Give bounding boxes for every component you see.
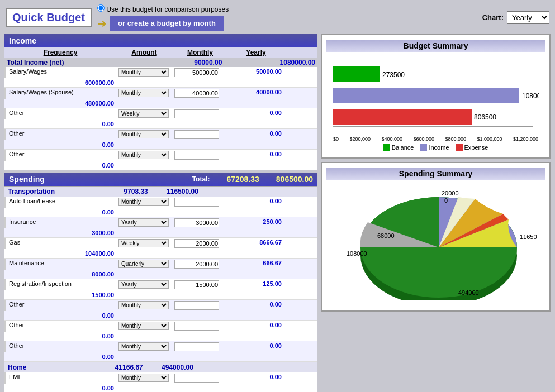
row-name: Other [4, 321, 116, 332]
yearly-value: 0.00 [4, 208, 116, 217]
row-name: Other [4, 341, 116, 352]
frequency-select[interactable]: MonthlyWeeklyYearlyQuarterlySemi-Annuall… [118, 109, 169, 118]
table-row: GasMonthlyWeeklyYearlyQuarterlySemi-Annu… [4, 238, 317, 259]
monthly-value: 0.00 [228, 150, 284, 161]
axis-1m: $1,000,000 [477, 136, 502, 142]
frequency-select[interactable]: MonthlyWeeklyYearlyQuarterlySemi-Annuall… [118, 342, 169, 351]
yearly-value: 0.00 [4, 332, 116, 341]
yearly-value: 8000.00 [4, 270, 116, 279]
axis-1-2m: $1,200,000 [513, 136, 538, 142]
table-row: Registration/InspectionMonthlyWeeklyYear… [4, 279, 317, 300]
table-row: OtherMonthlyWeeklyYearlyQuarterlySemi-An… [4, 321, 317, 341]
pie-label-0: 0 [444, 197, 448, 204]
chart-type-select[interactable]: Yearly Monthly [507, 11, 549, 24]
radio-option[interactable]: Use this budget for comparison purposes [97, 4, 229, 13]
table-row: Salary/Wages (Spouse)MonthlyWeeklyYearly… [4, 88, 317, 108]
monthly-value: 50000.00 [228, 67, 284, 78]
amount-input[interactable] [174, 89, 219, 98]
row-name: Other [4, 150, 116, 161]
frequency-select[interactable]: MonthlyWeeklyYearlyQuarterlySemi-Annuall… [118, 374, 169, 382]
monthly-value: 125.00 [228, 279, 284, 290]
bar-chart-svg: 273500 1080000 806500 [332, 61, 539, 133]
pie-label-68000: 68000 [377, 232, 395, 239]
amount-input[interactable] [174, 198, 219, 207]
yearly-value: 0.00 [4, 352, 116, 361]
axis-labels: $0 $200,000 $400,000 $600,000 $800,000 $… [332, 136, 539, 142]
col-yearly: Yearly [228, 49, 284, 56]
frequency-select[interactable]: MonthlyWeeklyYearlyQuarterlySemi-Annuall… [118, 322, 169, 330]
row-name: Gas [4, 238, 116, 249]
pie-label-108000: 108000 [347, 250, 367, 257]
row-name: Other [4, 300, 116, 311]
frequency-select[interactable]: MonthlyWeeklyYearlyQuarterlySemi-Annuall… [118, 68, 169, 77]
amount-input[interactable] [174, 374, 219, 383]
frequency-select[interactable]: MonthlyWeeklyYearlyQuarterlySemi-Annuall… [118, 198, 169, 206]
spending-summary-title: Spending Summary [326, 168, 545, 180]
monthly-value: 250.00 [228, 217, 284, 228]
pie-chart-svg: 116500 20000 0 68000 108000 494000 [335, 189, 537, 300]
axis-400k: $400,000 [381, 136, 402, 142]
table-row: OtherMonthlyWeeklyYearlyQuarterlySemi-An… [4, 300, 317, 321]
frequency-select[interactable]: MonthlyWeeklyYearlyQuarterlySemi-Annuall… [118, 260, 169, 268]
bar-chart-area: 273500 1080000 806500 $0 $200, [326, 56, 545, 153]
yearly-value: 600000.00 [4, 78, 116, 87]
legend-expense: Expense [456, 144, 488, 151]
logo-box: Quick Budget [6, 8, 92, 27]
col-monthly: Monthly [172, 49, 228, 56]
frequency-select[interactable]: MonthlyWeeklyYearlyQuarterlySemi-Annuall… [118, 130, 169, 138]
table-row: EMIMonthlyWeeklyYearlyQuarterlySemi-Annu… [4, 372, 317, 392]
spending-total-monthly: 67208.33 [226, 175, 259, 184]
expense-value: 806500 [474, 113, 496, 121]
income-total-label: Total Income (net) [4, 58, 149, 67]
income-rows: Salary/WagesMonthlyWeeklyYearlyQuarterly… [4, 67, 317, 170]
yearly-value: 0.00 [4, 311, 116, 320]
amount-input[interactable] [174, 109, 219, 118]
row-name: Salary/Wages (Spouse) [4, 88, 116, 99]
comparison-radio[interactable] [97, 4, 105, 12]
frequency-select[interactable]: MonthlyWeeklyYearlyQuarterlySemi-Annuall… [118, 239, 169, 247]
income-title: Income [9, 36, 36, 45]
amount-input[interactable] [174, 130, 219, 139]
row-name: Auto Loan/Lease [4, 197, 116, 208]
monthly-value: 666.67 [228, 259, 284, 270]
right-panel: Budget Summary 273500 1080000 806500 [321, 34, 551, 392]
amount-input[interactable] [174, 322, 219, 331]
row-name: Maintenance [4, 259, 116, 270]
frequency-select[interactable]: MonthlyWeeklyYearlyQuarterlySemi-Annuall… [118, 280, 169, 289]
income-value: 1080000 [522, 92, 539, 100]
yearly-value: 0.00 [4, 140, 116, 149]
monthly-value: 0.00 [228, 108, 284, 119]
pie-chart-container: 116500 20000 0 68000 108000 494000 [326, 183, 545, 306]
app-title: Quick Budget [12, 11, 85, 24]
create-budget-button[interactable]: or create a budget by month [110, 16, 224, 31]
monthly-value: 0.00 [228, 341, 284, 352]
balance-value: 273500 [382, 71, 405, 79]
monthly-value: 40000.00 [228, 88, 284, 99]
frequency-select[interactable]: MonthlyWeeklyYearlyQuarterlySemi-Annuall… [118, 89, 169, 97]
table-row: Salary/WagesMonthlyWeeklyYearlyQuarterly… [4, 67, 317, 88]
frequency-select[interactable]: MonthlyWeeklyYearlyQuarterlySemi-Annuall… [118, 218, 169, 227]
budget-summary-title: Budget Summary [326, 40, 545, 52]
budget-summary-chart: Budget Summary 273500 1080000 806500 [321, 34, 551, 159]
transport-monthly: 9708.33 [124, 188, 148, 195]
amount-input[interactable] [174, 68, 219, 77]
legend-income: Income [420, 144, 449, 151]
yearly-value: 1500.00 [4, 290, 116, 299]
table-row: OtherMonthlyWeeklyYearlyQuarterlySemi-An… [4, 129, 317, 150]
monthly-value: 0.00 [228, 197, 284, 208]
chart-legend: Balance Income Expense [332, 144, 539, 151]
frequency-select[interactable]: MonthlyWeeklyYearlyQuarterlySemi-Annuall… [118, 301, 169, 309]
table-row: OtherMonthlyWeeklyYearlyQuarterlySemi-An… [4, 341, 317, 362]
amount-input[interactable] [174, 151, 219, 160]
amount-input[interactable] [174, 239, 219, 248]
frequency-select[interactable]: MonthlyWeeklyYearlyQuarterlySemi-Annuall… [118, 151, 169, 159]
amount-input[interactable] [174, 218, 219, 227]
amount-input[interactable] [174, 301, 219, 310]
amount-input[interactable] [174, 342, 219, 351]
amount-input[interactable] [174, 260, 219, 269]
table-row: OtherMonthlyWeeklyYearlyQuarterlySemi-An… [4, 108, 317, 129]
spending-total-yearly: 806500.00 [276, 175, 313, 184]
arrow-icon: ➜ [97, 17, 107, 30]
amount-input[interactable] [174, 280, 219, 289]
chart-label: Chart: [482, 13, 504, 22]
